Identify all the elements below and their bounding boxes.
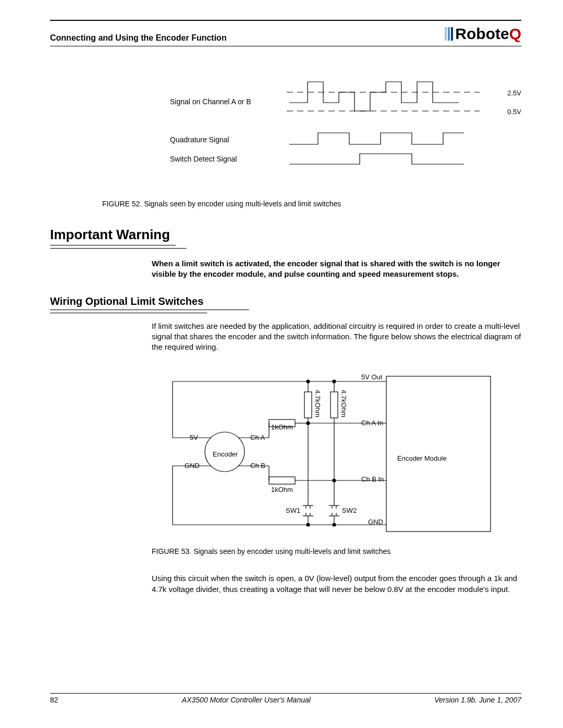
f53-5vout: 5V Out [361,373,382,381]
page-header: Connecting and Using the Encoder Functio… [50,21,521,46]
logo-q: Q [509,25,521,43]
wiring-title: Wiring Optional Limit Switches [50,295,521,307]
fig53-caption: FIGURE 53. Signals seen by encoder using… [50,547,521,556]
f53-chbin: Ch B In [361,475,384,483]
footer-title: AX3500 Motor Controller User's Manual [182,696,311,704]
content: Signal on Channel A or B Quadrature Sign… [50,46,521,595]
fig52-caption: FIGURE 52. Signals seen by encoder using… [50,200,521,208]
warning-body: When a limit switch is activated, the en… [50,258,521,280]
f53-gnd2: GND [368,518,383,526]
f53-cha: Ch A [250,434,265,441]
svg-rect-20 [304,392,312,418]
h1-rule-2 [50,248,187,249]
svg-point-47 [333,523,336,526]
figure-53: 5V Out 4.7kOhm 4.7kOhm 1kOhm 1kOhm Ch A … [50,371,521,543]
fig52-label-quad: Quadrature Signal [170,135,229,144]
svg-point-46 [307,523,310,526]
fig52-v-low: 0.5V [507,108,521,116]
h2-rule-2 [50,313,207,314]
page-footer: 82 AX3500 Motor Controller User's Manual… [50,693,521,704]
svg-point-43 [333,380,336,383]
f53-module: Encoder Module [397,454,447,462]
f53-sw1: SW1 [286,507,300,514]
f53-encoder: Encoder [213,450,238,458]
f53-gnd: GND [185,462,200,470]
f53-5v: 5V [190,434,198,441]
page: Connecting and Using the Encoder Functio… [0,0,563,728]
fig52-label-signal: Signal on Channel A or B [170,97,251,106]
svg-point-42 [307,380,310,383]
f53-r47a: 4.7kOhm [314,390,322,417]
svg-rect-16 [269,477,295,484]
footer-version: Version 1.9b. June 1, 2007 [434,696,521,704]
fig52-waveform-icon [287,77,485,176]
wiring-p2: Using this circuit when the switch is op… [50,573,521,595]
fig52-v-high: 2.5V [507,89,521,97]
section-title: Connecting and Using the Encoder Functio… [50,33,227,43]
figure-52: Signal on Channel A or B Quadrature Sign… [50,77,521,196]
f53-r1a: 1kOhm [271,423,293,431]
h2-rule-1 [50,310,249,311]
f53-chain: Ch A In [361,419,383,427]
page-number: 82 [50,696,58,704]
logo-text: Robote [455,25,509,43]
logo: RoboteQ [445,25,521,43]
f53-chb: Ch B [250,462,265,470]
f53-r47b: 4.7kOhm [340,390,348,417]
logo-bars-icon [445,27,453,41]
f53-r1b: 1kOhm [271,486,293,493]
fig52-label-switch: Switch Detect Signal [170,155,237,163]
svg-point-45 [333,479,336,482]
svg-rect-23 [331,392,338,418]
warning-title: Important Warning [50,227,521,243]
svg-rect-2 [386,376,491,532]
wiring-p1: If limit switches are needed by the appl… [50,321,521,353]
svg-point-44 [307,422,310,425]
h1-rule-1 [50,245,176,246]
f53-sw2: SW2 [342,507,357,514]
